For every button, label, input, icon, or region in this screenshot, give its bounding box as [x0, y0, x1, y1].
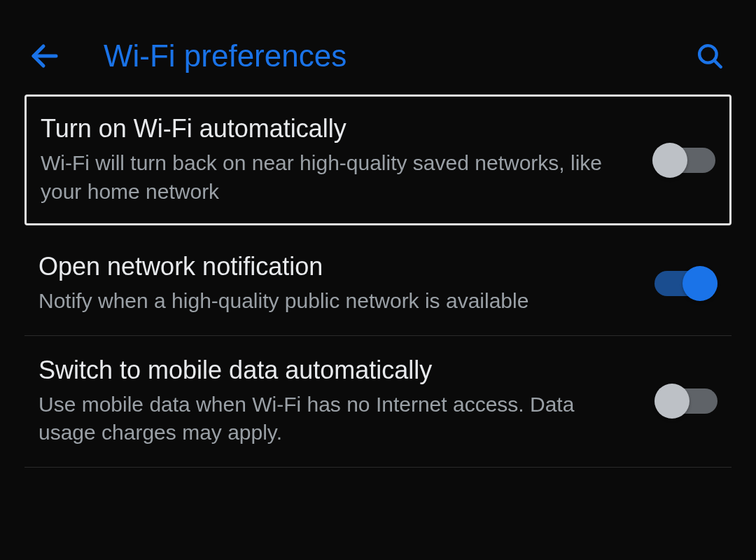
setting-title: Turn on Wi-Fi automatically	[41, 114, 631, 144]
setting-text: Switch to mobile data automatically Use …	[38, 356, 634, 447]
toggle-switch-mobile-data-auto[interactable]	[654, 384, 718, 419]
toggle-turn-on-wifi-auto[interactable]	[652, 143, 715, 178]
setting-text: Open network notification Notify when a …	[38, 252, 634, 316]
search-icon	[695, 41, 724, 71]
toggle-thumb	[654, 384, 690, 419]
toggle-thumb	[652, 143, 687, 178]
setting-title: Open network notification	[38, 252, 634, 281]
setting-description: Notify when a high-quality public networ…	[38, 287, 634, 316]
back-button[interactable]	[28, 39, 62, 73]
setting-description: Use mobile data when Wi-Fi has no Intern…	[38, 391, 634, 447]
setting-title: Switch to mobile data automatically	[38, 356, 634, 385]
toggle-open-network-notification[interactable]	[654, 266, 718, 301]
settings-list: Turn on Wi-Fi automatically Wi-Fi will t…	[0, 94, 756, 468]
search-button[interactable]	[695, 41, 724, 71]
page-title: Wi-Fi preferences	[104, 38, 653, 74]
arrow-left-icon	[28, 39, 62, 73]
toggle-thumb	[682, 266, 718, 301]
setting-description: Wi-Fi will turn back on near high-qualit…	[41, 149, 631, 206]
setting-turn-on-wifi-auto[interactable]: Turn on Wi-Fi automatically Wi-Fi will t…	[24, 94, 732, 225]
setting-open-network-notification[interactable]: Open network notification Notify when a …	[24, 232, 732, 336]
setting-switch-mobile-data-auto[interactable]: Switch to mobile data automatically Use …	[24, 336, 732, 468]
header: Wi-Fi preferences	[0, 0, 756, 94]
svg-line-2	[714, 60, 721, 67]
setting-text: Turn on Wi-Fi automatically Wi-Fi will t…	[41, 114, 631, 206]
